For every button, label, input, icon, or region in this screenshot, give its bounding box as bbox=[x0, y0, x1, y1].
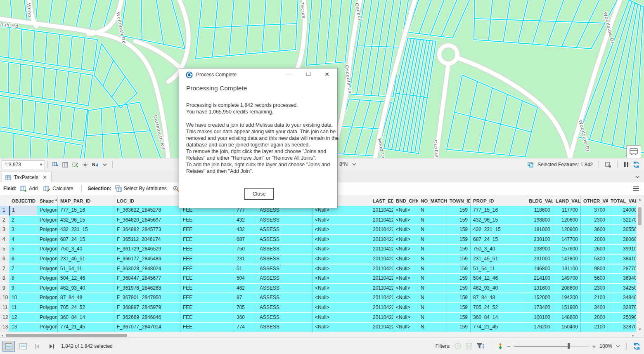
table-cell[interactable]: 3700 bbox=[581, 206, 608, 216]
table-cell[interactable]: 462_93_40 bbox=[471, 284, 526, 294]
map-options-chevron[interactable] bbox=[100, 160, 109, 169]
table-cell[interactable]: 504_12_46 bbox=[471, 274, 526, 284]
table-cell[interactable]: ASSESS bbox=[257, 274, 313, 284]
table-cell[interactable]: 120600 bbox=[553, 216, 581, 226]
table-cell[interactable]: F_361729_2846529 bbox=[114, 245, 180, 255]
table-cell[interactable]: 159 bbox=[447, 206, 471, 216]
table-cell[interactable]: 705_24_52 bbox=[58, 303, 114, 313]
table-cell[interactable]: <Null> bbox=[393, 245, 418, 255]
table-cell[interactable]: Polygon bbox=[37, 206, 58, 216]
row-number[interactable]: 9 bbox=[0, 284, 9, 294]
table-cell[interactable]: 20110422 bbox=[370, 216, 393, 226]
select-by-attributes-button[interactable]: Select By Attributes bbox=[115, 185, 167, 192]
table-cell[interactable]: 159 bbox=[447, 303, 471, 313]
panel-chevron[interactable] bbox=[635, 174, 640, 181]
table-cell[interactable]: <Null> bbox=[313, 313, 370, 323]
table-cell[interactable]: FEE bbox=[180, 303, 234, 313]
table-cell[interactable]: ASSESS bbox=[257, 293, 313, 303]
table-cell[interactable]: 11 bbox=[9, 303, 37, 313]
table-cell[interactable]: 432 bbox=[234, 216, 257, 226]
table-cell[interactable]: <Null> bbox=[393, 284, 418, 294]
table-cell[interactable]: FEE bbox=[180, 264, 234, 274]
close-button[interactable]: Close bbox=[244, 188, 274, 200]
table-cell[interactable]: 750 bbox=[234, 245, 257, 255]
table-cell[interactable]: N bbox=[418, 235, 447, 245]
table-cell[interactable]: ASSESS bbox=[257, 303, 313, 313]
table-cell[interactable]: 8 bbox=[9, 274, 37, 284]
table-cell[interactable]: <Null> bbox=[393, 225, 418, 235]
table-cell[interactable]: 2600 bbox=[581, 245, 608, 255]
table-cell[interactable]: <Null> bbox=[393, 303, 418, 313]
table-cell[interactable]: F_365112_2846174 bbox=[114, 235, 180, 245]
next-record-button[interactable] bbox=[45, 341, 57, 351]
table-cell[interactable]: 147800 bbox=[553, 255, 581, 264]
table-cell[interactable]: 9 bbox=[9, 284, 37, 294]
table-cell[interactable]: <Null> bbox=[393, 293, 418, 303]
table-cell[interactable]: 4 bbox=[9, 235, 37, 245]
table-cell[interactable]: 13 bbox=[9, 323, 37, 333]
table-cell[interactable]: 705_24_52 bbox=[471, 303, 526, 313]
row-number[interactable]: 1 bbox=[0, 206, 9, 216]
refresh-table-icon[interactable] bbox=[633, 342, 641, 350]
close-tab-icon[interactable]: ✕ bbox=[43, 175, 47, 180]
table-cell[interactable]: 230100 bbox=[526, 235, 553, 245]
vertical-scrollbar[interactable]: ▲ ▼ bbox=[636, 196, 643, 333]
minimize-button[interactable]: — bbox=[284, 71, 293, 78]
scroll-down-icon[interactable]: ▼ bbox=[637, 328, 643, 331]
table-cell[interactable]: 360_84_14 bbox=[58, 313, 114, 323]
table-cell[interactable]: 20110422 bbox=[370, 313, 393, 323]
table-cell[interactable]: N bbox=[418, 206, 447, 216]
table-cell[interactable]: Polygon bbox=[37, 255, 58, 264]
table-cell[interactable]: 774_21_45 bbox=[58, 323, 114, 333]
table-cell[interactable]: 10 bbox=[9, 293, 37, 303]
table-cell[interactable]: <Null> bbox=[393, 264, 418, 274]
table-cell[interactable]: ASSESS bbox=[257, 264, 313, 274]
column-header[interactable]: Shape * bbox=[37, 196, 58, 206]
table-cell[interactable]: N bbox=[418, 303, 447, 313]
table-cell[interactable]: 20110422 bbox=[370, 293, 393, 303]
table-cell[interactable]: ASSESS bbox=[257, 323, 313, 333]
refresh-map-icon[interactable] bbox=[632, 161, 640, 168]
table-cell[interactable]: 750_3_40 bbox=[471, 245, 526, 255]
table-cell[interactable]: 87_84_48 bbox=[58, 293, 114, 303]
row-number[interactable]: 8 bbox=[0, 274, 9, 284]
table-cell[interactable]: FEE bbox=[180, 293, 234, 303]
column-header[interactable]: OTHER_VAL bbox=[581, 196, 608, 206]
table-cell[interactable]: 774 bbox=[234, 323, 257, 333]
table-cell[interactable]: Polygon bbox=[37, 313, 58, 323]
table-cell[interactable]: N bbox=[418, 216, 447, 226]
table-cell[interactable]: 5300 bbox=[581, 255, 608, 264]
table-cell[interactable]: Polygon bbox=[37, 303, 58, 313]
table-cell[interactable]: FEE bbox=[180, 255, 234, 264]
edit-vertices-button[interactable] bbox=[71, 160, 80, 169]
table-cell[interactable]: 149700 bbox=[553, 274, 581, 284]
row-number[interactable]: 5 bbox=[0, 245, 9, 255]
table-cell[interactable]: ASSESS bbox=[257, 245, 313, 255]
table-cell[interactable]: Polygon bbox=[37, 216, 58, 226]
close-window-button[interactable]: ✕ bbox=[323, 71, 331, 78]
table-cell[interactable]: 20110422 bbox=[370, 225, 393, 235]
table-cell[interactable]: FEE bbox=[180, 235, 234, 245]
table-cell[interactable]: 504 bbox=[234, 274, 257, 284]
maximize-button[interactable]: ☐ bbox=[304, 71, 313, 77]
column-header[interactable]: LAND_VAL bbox=[553, 196, 581, 206]
table-cell[interactable]: 7 bbox=[9, 264, 37, 274]
row-number[interactable]: 13 bbox=[0, 323, 9, 333]
row-number[interactable]: 2 bbox=[0, 216, 9, 226]
table-cell[interactable]: 504_12_46 bbox=[58, 274, 114, 284]
table-cell[interactable]: 20110422 bbox=[370, 206, 393, 216]
table-cell[interactable]: <Null> bbox=[313, 293, 370, 303]
table-cell[interactable]: <Null> bbox=[313, 303, 370, 313]
table-cell[interactable]: 159 bbox=[447, 313, 471, 323]
row-number[interactable]: 10 bbox=[0, 293, 9, 303]
table-cell[interactable]: 173400 bbox=[526, 303, 553, 313]
table-cell[interactable]: 750_3_40 bbox=[58, 245, 114, 255]
table-cell[interactable]: 194300 bbox=[553, 293, 581, 303]
table-cell[interactable]: 151900 bbox=[553, 303, 581, 313]
table-cell[interactable]: 3400 bbox=[581, 303, 608, 313]
north-arrow-button[interactable]: N bbox=[90, 160, 99, 169]
table-cell[interactable]: 159 bbox=[447, 216, 471, 226]
row-number[interactable]: 3 bbox=[0, 225, 9, 235]
table-cell[interactable]: 117700 bbox=[553, 206, 581, 216]
table-cell[interactable]: ASSESS bbox=[257, 225, 313, 235]
